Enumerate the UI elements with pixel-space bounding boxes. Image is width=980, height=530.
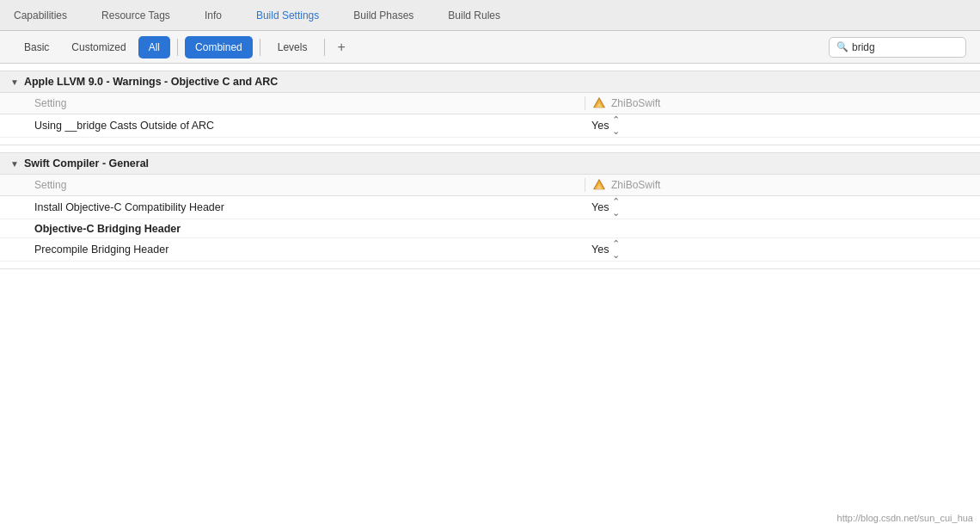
nav-build-rules[interactable]: Build Rules [444, 9, 504, 22]
table-row[interactable]: Objective-C Bridging Header [0, 219, 980, 238]
toolbar: Basic Customized All Combined Levels + 🔍 [0, 31, 980, 64]
setting-value: Yes ⌃⌄ [585, 114, 980, 137]
setting-value: Yes ⌃⌄ [585, 196, 980, 219]
divider-2 [260, 39, 260, 56]
nav-info[interactable]: Info [201, 9, 225, 22]
col-setting-label-2: Setting [0, 179, 585, 191]
search-box: 🔍 [829, 37, 966, 58]
stepper-icon[interactable]: ⌃⌄ [612, 114, 620, 137]
section-header-1[interactable]: ▼ Apple LLVM 9.0 - Warnings - Objective … [0, 71, 980, 93]
stepper-icon[interactable]: ⌃⌄ [612, 196, 620, 219]
col-header-row-2: Setting ZhiBoSwift [0, 175, 980, 196]
watermark: http://blog.csdn.net/sun_cui_hua [837, 513, 973, 523]
nav-build-phases[interactable]: Build Phases [350, 9, 417, 22]
search-icon: 🔍 [836, 41, 848, 52]
table-row[interactable]: Install Objective-C Compatibility Header… [0, 196, 980, 219]
top-nav-bar: Capabilities Resource Tags Info Build Se… [0, 0, 980, 31]
setting-name: Using __bridge Casts Outside of ARC [0, 117, 585, 134]
tab-combined[interactable]: Combined [185, 36, 253, 59]
add-button[interactable]: + [332, 40, 350, 54]
col-header-row-1: Setting ZhiBoSwift [0, 93, 980, 114]
collapse-triangle-1: ▼ [10, 77, 19, 87]
setting-name-bold: Objective-C Bridging Header [0, 220, 585, 237]
tab-basic[interactable]: Basic [14, 36, 59, 59]
table-row[interactable]: Precompile Bridging Header Yes ⌃⌄ [0, 238, 980, 262]
table-row[interactable]: Using __bridge Casts Outside of ARC Yes … [0, 114, 980, 138]
section-apple-llvm: ▼ Apple LLVM 9.0 - Warnings - Objective … [0, 71, 980, 145]
tab-customized[interactable]: Customized [61, 36, 136, 59]
section-swift-compiler: ▼ Swift Compiler - General Setting ZhiBo… [0, 152, 980, 269]
tab-all[interactable]: All [138, 36, 170, 59]
section-header-2[interactable]: ▼ Swift Compiler - General [0, 152, 980, 175]
swift-icon-2 [592, 178, 606, 192]
search-input[interactable] [852, 41, 955, 53]
nav-capabilities[interactable]: Capabilities [10, 9, 70, 22]
section-title-1: Apple LLVM 9.0 - Warnings - Objective C … [24, 76, 278, 88]
divider-3 [324, 39, 325, 56]
content-area: ▼ Apple LLVM 9.0 - Warnings - Objective … [0, 64, 980, 530]
collapse-triangle-2: ▼ [10, 159, 19, 169]
setting-value: Yes ⌃⌄ [585, 238, 980, 261]
tab-levels[interactable]: Levels [267, 36, 318, 59]
col-setting-label-1: Setting [0, 97, 585, 109]
stepper-icon[interactable]: ⌃⌄ [612, 238, 620, 261]
setting-name: Precompile Bridging Header [0, 241, 585, 258]
swift-icon-1 [592, 96, 606, 110]
col-value-header-2: ZhiBoSwift [585, 178, 980, 192]
nav-resource-tags[interactable]: Resource Tags [98, 9, 174, 22]
setting-name: Install Objective-C Compatibility Header [0, 199, 585, 216]
col-value-header-1: ZhiBoSwift [585, 96, 980, 110]
nav-build-settings[interactable]: Build Settings [253, 9, 322, 22]
divider-1 [177, 39, 178, 56]
section-title-2: Swift Compiler - General [24, 157, 149, 169]
